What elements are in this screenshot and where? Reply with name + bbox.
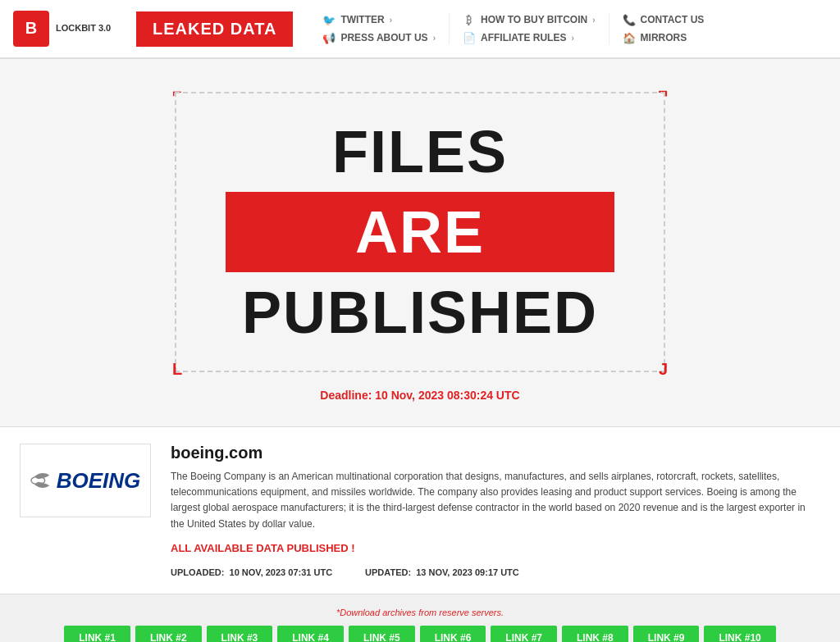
megaphone-icon: 📢 (322, 31, 336, 44)
nav-twitter[interactable]: 🐦 TWITTER › (322, 13, 436, 26)
download-link-8[interactable]: LINK #8 (562, 626, 628, 642)
hero-files-text: FILES (242, 118, 598, 185)
nav-affiliate-rules[interactable]: 📄 AFFILIATE RULES › (463, 31, 596, 44)
download-link-5[interactable]: LINK #5 (349, 626, 415, 642)
download-link-10[interactable]: LINK #10 (704, 626, 775, 642)
phone-icon: 📞 (623, 13, 636, 26)
nav-col-3: 📞 CONTACT US 🏠 MIRRORS (609, 13, 718, 44)
boeing-wing-icon (30, 469, 53, 492)
updated-value: 13 NOV, 2023 09:17 UTC (416, 567, 519, 577)
twitter-icon: 🐦 (322, 13, 336, 26)
hero-section: ⌐ ¬ FILES ARE PUBLISHED L J Deadline: 10… (0, 59, 840, 426)
chevron-icon-3: › (592, 16, 595, 25)
chevron-icon-2: › (433, 34, 436, 43)
victim-meta: UPLOADED: 10 NOV, 2023 07:31 UTC UPDATED… (171, 567, 820, 577)
boeing-logo: BOEING (30, 468, 141, 494)
main-nav: 🐦 TWITTER › 📢 PRESS ABOUT US › ₿ HOW TO … (309, 13, 827, 44)
download-link-6[interactable]: LINK #6 (420, 626, 486, 642)
victim-domain: boeing.com (171, 444, 820, 462)
download-link-3[interactable]: LINK #3 (207, 626, 273, 642)
download-link-9[interactable]: LINK #9 (633, 626, 700, 642)
victim-card: BOEING boeing.com The Boeing Company is … (0, 426, 840, 594)
published-label: ALL AVAILABLE DATA PUBLISHED ! (171, 542, 820, 554)
download-link-7[interactable]: LINK #7 (491, 626, 557, 642)
hero-are-wrapper: ARE (226, 192, 614, 272)
chevron-icon: › (390, 16, 392, 25)
leaked-data-badge[interactable]: LEAKED DATA (136, 11, 293, 47)
download-link-1[interactable]: LINK #1 (64, 626, 130, 642)
download-links-row: LINK #1LINK #2LINK #3LINK #4LINK #5LINK … (16, 626, 824, 642)
nav-col-1: 🐦 TWITTER › 📢 PRESS ABOUT US › (309, 13, 450, 44)
deadline-text: Deadline: 10 Nov, 2023 08:30:24 UTC (16, 389, 824, 402)
nav-contact-us[interactable]: 📞 CONTACT US (623, 13, 705, 26)
chevron-icon-4: › (571, 34, 573, 43)
boeing-name: BOEING (57, 468, 141, 494)
hero-are-text: ARE (355, 199, 485, 265)
hero-dashed-box: FILES ARE PUBLISHED (175, 92, 665, 372)
download-section: *Download archives from reserve servers.… (0, 594, 840, 642)
updated-label: UPDATED: (365, 567, 411, 577)
corner-mark-bl: L (172, 361, 182, 377)
nav-col-2: ₿ HOW TO BUY BITCOIN › 📄 AFFILIATE RULES… (450, 13, 609, 44)
logo-area: B LOCKBIT 3.0 (13, 11, 136, 47)
svg-text:B: B (25, 19, 37, 37)
nav-mirrors[interactable]: 🏠 MIRRORS (623, 31, 705, 44)
document-icon: 📄 (463, 31, 476, 44)
victim-description: The Boeing Company is an American multin… (171, 469, 820, 532)
victim-info: boeing.com The Boeing Company is an Amer… (171, 444, 820, 577)
updated-info: UPDATED: 13 NOV, 2023 09:17 UTC (365, 567, 519, 577)
mirror-icon: 🏠 (623, 31, 636, 44)
uploaded-label: UPLOADED: (171, 567, 224, 577)
nav-press-about-us[interactable]: 📢 PRESS ABOUT US › (322, 31, 436, 44)
uploaded-info: UPLOADED: 10 NOV, 2023 07:31 UTC (171, 567, 332, 577)
bitcoin-icon: ₿ (463, 13, 476, 26)
victim-logo: BOEING (20, 444, 151, 517)
lockbit-logo-icon: B (13, 11, 49, 47)
logo-text: LOCKBIT 3.0 (56, 23, 111, 34)
download-note: *Download archives from reserve servers. (16, 608, 824, 617)
hero-published-text: PUBLISHED (242, 279, 598, 346)
corner-mark-br: J (659, 361, 668, 377)
header: B LOCKBIT 3.0 LEAKED DATA 🐦 TWITTER › 📢 … (0, 0, 840, 59)
download-link-2[interactable]: LINK #2 (135, 626, 202, 642)
uploaded-value: 10 NOV, 2023 07:31 UTC (230, 567, 333, 577)
download-link-4[interactable]: LINK #4 (277, 626, 344, 642)
nav-how-to-buy-bitcoin[interactable]: ₿ HOW TO BUY BITCOIN › (463, 13, 596, 26)
